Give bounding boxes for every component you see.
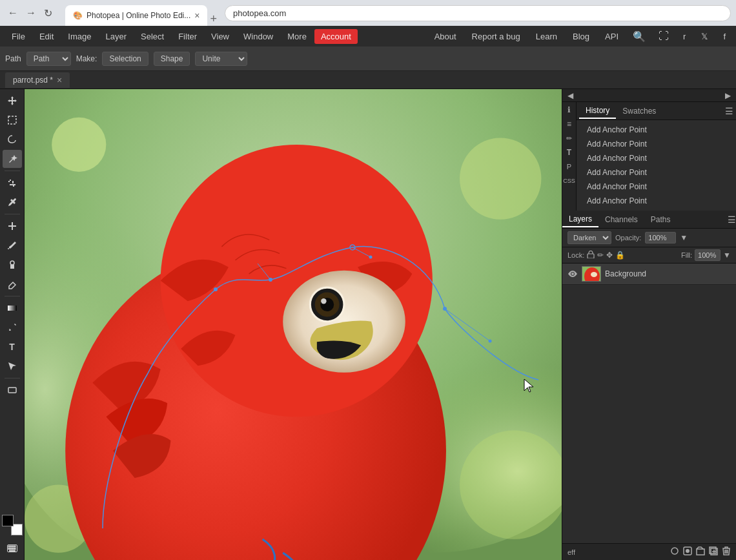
gradient-tool[interactable] [3, 299, 22, 317]
menu-report-bug[interactable]: Report a bug [467, 29, 526, 44]
search-button[interactable]: 🔍 [629, 29, 649, 44]
history-item[interactable]: Add Anchor Point [577, 137, 736, 151]
history-item[interactable]: Add Anchor Point [577, 165, 736, 180]
add-layer-style-btn[interactable] [670, 546, 679, 557]
menu-view[interactable]: View [205, 29, 236, 44]
channels-tab[interactable]: Channels [598, 213, 644, 227]
history-item[interactable]: Add Anchor Point [577, 123, 736, 137]
fullscreen-button[interactable]: ⛶ [655, 29, 673, 43]
css-panel-icon[interactable]: CSS [564, 176, 575, 186]
url-bar[interactable]: photopea.com [225, 5, 731, 21]
layer-visibility-toggle[interactable] [567, 269, 578, 279]
history-item[interactable]: Add Anchor Point [577, 194, 736, 208]
back-button[interactable]: ← [5, 6, 21, 20]
menu-window[interactable]: Window [237, 29, 280, 44]
layers-menu-icon[interactable]: ☰ [728, 214, 736, 225]
svg-point-3 [10, 261, 14, 265]
menu-account[interactable]: Account [314, 29, 358, 44]
path-panel-icon[interactable]: P [564, 161, 575, 172]
foreground-color[interactable] [2, 515, 14, 526]
menu-image[interactable]: Image [61, 29, 97, 44]
svg-rect-5 [8, 388, 16, 393]
layer-thumbnail [582, 266, 601, 282]
paths-tab[interactable]: Paths [644, 213, 677, 227]
history-list: Add Anchor Point Add Anchor Point Add An… [577, 120, 736, 211]
main-layout: T [0, 89, 736, 560]
path-select-tool[interactable] [3, 357, 22, 375]
fill-dropdown[interactable]: ▼ [723, 251, 731, 260]
menu-api[interactable]: API [600, 29, 624, 44]
lock-pixels-btn[interactable]: ✏ [597, 251, 604, 260]
left-toolbar: T [0, 89, 25, 560]
text-tool[interactable]: T [3, 338, 22, 356]
pen-tool[interactable] [3, 318, 22, 337]
layers-tab[interactable]: Layers [562, 212, 598, 227]
magic-wand-tool[interactable] [3, 150, 22, 168]
svg-rect-10 [14, 546, 15, 547]
eraser-tool[interactable] [3, 275, 22, 293]
heal-tool[interactable] [3, 217, 22, 235]
mask-btn[interactable] [683, 546, 692, 557]
lasso-tool[interactable] [3, 130, 22, 149]
twitter-icon[interactable]: 𝕏 [696, 29, 713, 44]
canvas-area[interactable] [25, 89, 562, 560]
keyboard-shortcut[interactable] [3, 539, 22, 557]
file-tab[interactable]: parrot.psd * × [5, 72, 70, 88]
eyedropper-tool[interactable] [3, 193, 22, 211]
group-btn[interactable] [696, 546, 705, 557]
history-tab[interactable]: History [579, 103, 616, 119]
menu-select[interactable]: Select [134, 29, 170, 44]
shape-tool[interactable] [3, 381, 22, 399]
selection-button[interactable]: Selection [102, 52, 148, 66]
browser-tabs: 🎨 Photopea | Online Photo Edi... × + [65, 0, 220, 26]
history-item[interactable]: Add Anchor Point [577, 151, 736, 165]
history-item[interactable]: Add Anchor Point [577, 180, 736, 194]
active-tab[interactable]: 🎨 Photopea | Online Photo Edi... × [65, 5, 207, 26]
fill-input[interactable] [695, 249, 721, 261]
file-tab-close[interactable]: × [57, 75, 62, 85]
layers-panel-header: Layers Channels Paths ☰ [562, 211, 736, 229]
lock-label: Lock: [567, 251, 584, 259]
menu-icon[interactable]: ≡ [564, 119, 575, 129]
opacity-dropdown[interactable]: ▼ [680, 233, 688, 242]
delete-layer-btn[interactable] [722, 546, 731, 557]
move-tool[interactable] [3, 92, 22, 110]
menu-about[interactable]: About [429, 29, 462, 44]
panel-menu-icon[interactable]: ☰ [725, 106, 733, 116]
menu-layer[interactable]: Layer [99, 29, 134, 44]
lock-position-btn[interactable]: ✥ [606, 251, 613, 260]
layer-item-background[interactable]: Background [562, 264, 736, 285]
menu-filter[interactable]: Filter [172, 29, 203, 44]
side-icons: ℹ ≡ ✏ T P CSS [562, 102, 577, 211]
crop-tool[interactable] [3, 174, 22, 192]
blend-mode-select[interactable]: Normal Darken Multiply [567, 231, 611, 244]
shape-button[interactable]: Shape [154, 52, 190, 66]
svg-rect-11 [8, 548, 10, 550]
reload-button[interactable]: ↻ [41, 6, 55, 21]
menu-learn[interactable]: Learn [531, 29, 562, 44]
new-layer-btn[interactable] [709, 546, 718, 557]
text-panel-icon[interactable]: T [564, 147, 575, 158]
marquee-tool[interactable] [3, 111, 22, 129]
brush-tool[interactable] [3, 236, 22, 254]
mode-select[interactable]: Path Shape Pixels [26, 52, 71, 66]
lock-all-btn[interactable]: 🔒 [615, 251, 625, 260]
opacity-input[interactable] [645, 232, 676, 244]
menu-edit[interactable]: Edit [33, 29, 60, 44]
forward-button[interactable]: → [23, 6, 39, 20]
facebook-icon[interactable]: f [718, 29, 731, 44]
stamp-tool[interactable] [3, 256, 22, 274]
unite-select[interactable]: Unite Subtract Intersect Exclude [195, 52, 247, 66]
brush-icon[interactable]: ✏ [564, 133, 575, 143]
reddit-icon[interactable]: r [678, 29, 691, 44]
new-tab-button[interactable]: + [207, 12, 220, 26]
info-icon[interactable]: ℹ [564, 105, 575, 115]
panel-collapse-left[interactable]: ◀ [565, 90, 576, 101]
tab-close-button[interactable]: × [194, 10, 199, 21]
swatches-tab[interactable]: Swatches [616, 104, 662, 118]
menu-blog[interactable]: Blog [567, 29, 595, 44]
lock-transparent-btn[interactable] [587, 251, 595, 260]
panel-collapse-right[interactable]: ▶ [722, 90, 733, 101]
menu-more[interactable]: More [281, 29, 313, 44]
menu-file[interactable]: File [5, 29, 32, 44]
